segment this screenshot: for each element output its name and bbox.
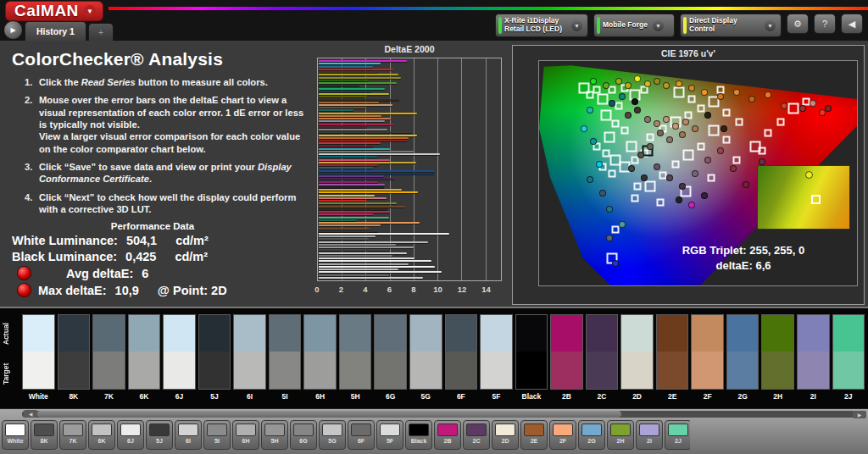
- patch-button[interactable]: 2E: [520, 420, 548, 450]
- patch-button[interactable]: 2C: [463, 420, 490, 450]
- deltae-bar[interactable]: [319, 146, 373, 147]
- patch-button[interactable]: 6I: [175, 420, 202, 450]
- deltae-bar[interactable]: [319, 140, 407, 141]
- deltae-bar[interactable]: [319, 82, 397, 84]
- deltae-bar[interactable]: [319, 206, 405, 208]
- patch-column[interactable]: 6G: [374, 314, 407, 404]
- deltae-bar[interactable]: [319, 263, 409, 265]
- scrollbar-thumb[interactable]: [37, 411, 621, 418]
- settings-button[interactable]: ⚙: [787, 14, 809, 34]
- deltae-bar[interactable]: [319, 260, 431, 262]
- deltae-bar[interactable]: [319, 191, 418, 193]
- deltae-bar[interactable]: [319, 88, 385, 90]
- patch-button[interactable]: 8K: [31, 420, 58, 450]
- patch-button[interactable]: White: [2, 420, 29, 450]
- patch-column[interactable]: 5F: [480, 314, 513, 404]
- patch-button[interactable]: 2H: [607, 420, 634, 450]
- deltae-bar[interactable]: [319, 211, 390, 213]
- patch-column[interactable]: 5J: [198, 314, 231, 404]
- deltae-bar[interactable]: [319, 249, 389, 251]
- patch-button[interactable]: Black: [405, 420, 432, 450]
- deltae-bar[interactable]: [319, 178, 395, 180]
- deltae-bar[interactable]: [319, 164, 378, 166]
- patch-button[interactable]: 6J: [117, 420, 144, 450]
- deltae-bar[interactable]: [319, 222, 420, 224]
- patch-button[interactable]: 5H: [261, 420, 288, 450]
- patch-column[interactable]: 5I: [269, 314, 302, 404]
- deltae-bar[interactable]: [319, 224, 381, 226]
- scroll-right-button[interactable]: ▶: [853, 411, 866, 418]
- deltae-bar[interactable]: [319, 246, 414, 248]
- deltae-bar[interactable]: [319, 189, 402, 191]
- deltae-bar[interactable]: [319, 200, 366, 202]
- patch-column[interactable]: 6H: [303, 314, 337, 404]
- deltae-bar[interactable]: [319, 162, 416, 163]
- patch-column[interactable]: Black: [515, 314, 548, 404]
- deltae-bar[interactable]: [319, 208, 387, 210]
- patch-column[interactable]: 6I: [233, 314, 266, 404]
- deltae-bar[interactable]: [319, 219, 357, 221]
- patch-button[interactable]: 7K: [59, 420, 86, 450]
- calman-logo-button[interactable]: CalMAN ▼: [5, 1, 103, 21]
- deltae-bar[interactable]: [319, 131, 412, 133]
- deltae-bar[interactable]: [319, 271, 442, 273]
- patch-column[interactable]: 6F: [445, 314, 478, 404]
- patch-column[interactable]: 2D: [620, 314, 654, 404]
- deltae-bar[interactable]: [319, 120, 385, 122]
- deltae-bar[interactable]: [319, 181, 378, 183]
- deltae-bar[interactable]: [319, 115, 381, 117]
- patch-column[interactable]: 2C: [586, 314, 619, 404]
- collapse-panel-button[interactable]: ◀: [841, 14, 863, 34]
- deltae-bar[interactable]: [319, 241, 428, 243]
- patch-button[interactable]: 6H: [232, 420, 259, 450]
- deltae-bar[interactable]: [319, 277, 423, 279]
- deltae-bar[interactable]: [319, 233, 449, 235]
- deltae-bar[interactable]: [319, 244, 396, 246]
- deltae-bar[interactable]: [319, 113, 417, 114]
- deltae-bar[interactable]: [319, 124, 393, 125]
- patch-column[interactable]: 2B: [550, 314, 583, 404]
- deltae-bar[interactable]: [319, 230, 378, 232]
- deltae-bar[interactable]: [319, 77, 401, 79]
- deltae-bar[interactable]: [319, 104, 392, 106]
- scroll-left-button[interactable]: ◀: [24, 410, 37, 418]
- patch-column[interactable]: 7K: [92, 314, 125, 404]
- deltae-bar[interactable]: [319, 167, 373, 169]
- deltae-bar[interactable]: [319, 109, 353, 111]
- deltae-bar[interactable]: [319, 266, 435, 268]
- cie-chart-plot[interactable]: RGB Triplet: 255, 255, 0 deltaE: 6,6 0,6…: [538, 60, 858, 286]
- deltae-bar[interactable]: [319, 202, 397, 204]
- deltae-bar[interactable]: [319, 148, 390, 150]
- patch-button[interactable]: 2F: [549, 420, 576, 450]
- deltae-bar[interactable]: [319, 99, 399, 101]
- deltae-bar[interactable]: [319, 269, 398, 270]
- deltae-bar[interactable]: [319, 135, 417, 136]
- deltae-bar[interactable]: [319, 93, 389, 95]
- deltae-bar[interactable]: [319, 195, 375, 197]
- patch-column[interactable]: 8K: [58, 314, 91, 404]
- deltae-bar[interactable]: [319, 228, 370, 230]
- patch-button[interactable]: 2I: [636, 420, 663, 450]
- deltae-bar[interactable]: [319, 85, 359, 86]
- deltae-bar[interactable]: [319, 80, 369, 81]
- deltae-bar[interactable]: [319, 91, 371, 92]
- patch-column[interactable]: 2J: [832, 314, 865, 404]
- add-tab-button[interactable]: +: [88, 23, 114, 41]
- deltae-bar[interactable]: [319, 107, 366, 108]
- patch-button[interactable]: 2G: [578, 420, 605, 450]
- deltae-bar[interactable]: [319, 129, 387, 130]
- deltae-bar[interactable]: [319, 255, 392, 257]
- toolbar-scrollbar[interactable]: [22, 411, 856, 418]
- deltae-bar[interactable]: [319, 213, 373, 215]
- patch-button[interactable]: 6K: [88, 420, 115, 450]
- patch-column[interactable]: 2H: [761, 314, 794, 404]
- patch-column[interactable]: 6J: [163, 314, 196, 404]
- deltae-bar[interactable]: [319, 74, 398, 75]
- patch-column[interactable]: 5G: [409, 314, 442, 404]
- deltae-bar[interactable]: [319, 63, 381, 64]
- patch-column[interactable]: White: [22, 314, 55, 404]
- deltae-bar[interactable]: [319, 217, 389, 219]
- deltae-bar[interactable]: [319, 60, 407, 62]
- deltae-bar[interactable]: [319, 96, 367, 97]
- deltae-bar[interactable]: [319, 170, 435, 172]
